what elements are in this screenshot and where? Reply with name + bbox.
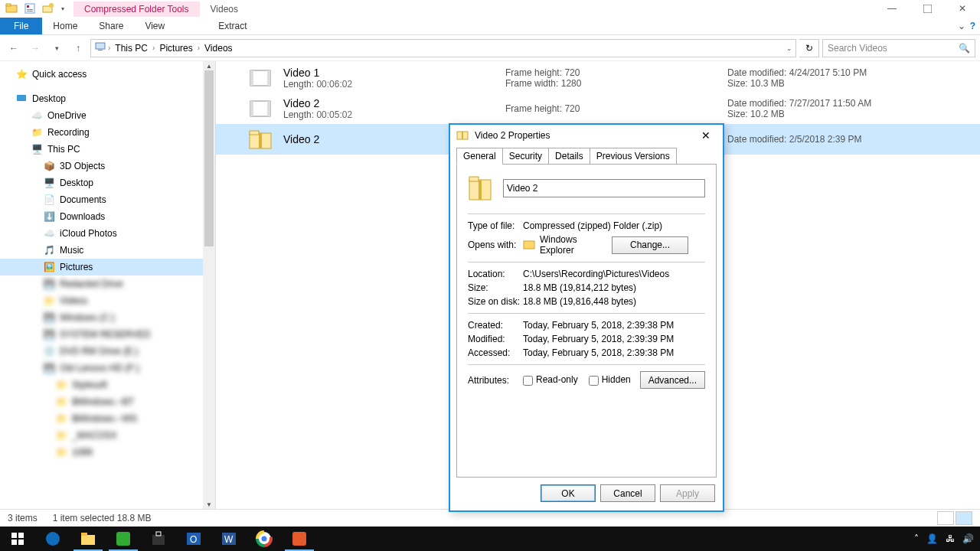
nav-pictures[interactable]: 🖼️Pictures (0, 259, 215, 276)
nav-recording[interactable]: 📁Recording (0, 124, 215, 141)
close-button[interactable]: ✕ (945, 0, 980, 17)
svg-rect-11 (17, 95, 26, 101)
nav-onedrive[interactable]: ☁️OneDrive (0, 107, 215, 124)
breadcrumb[interactable]: › This PC › Pictures › Videos ⌄ (90, 39, 796, 57)
tab-general[interactable]: General (456, 148, 503, 165)
home-tab[interactable]: Home (42, 18, 88, 34)
close-button[interactable]: ✕ (695, 129, 717, 142)
nav-scrollbar[interactable]: ▲ ▼ (203, 61, 215, 509)
nav-blurred[interactable]: 📁Stylesoft (0, 377, 215, 393)
nav-blurred[interactable]: 📁_MACOSX (0, 427, 215, 444)
readonly-checkbox[interactable]: Read-only (523, 374, 578, 385)
breadcrumb-seg-videos[interactable]: Videos (201, 43, 235, 54)
nav-blurred[interactable]: 📁Videos (0, 292, 215, 309)
back-button[interactable]: ← (5, 39, 23, 57)
edge-icon[interactable] (35, 527, 70, 551)
word-icon[interactable]: W (211, 527, 247, 551)
svg-rect-33 (81, 533, 87, 536)
nav-icloud[interactable]: ☁️iCloud Photos (0, 225, 215, 242)
tab-security[interactable]: Security (502, 148, 549, 165)
zip-icon (456, 129, 469, 143)
extract-tab[interactable]: Extract (207, 18, 257, 34)
hidden-checkbox[interactable]: Hidden (589, 374, 631, 385)
nav-documents[interactable]: 📄Documents (0, 191, 215, 208)
svg-rect-20 (259, 133, 262, 148)
svg-text:W: W (224, 534, 234, 545)
file-row[interactable]: Video 1 Length: 00:06:02 Frame height: 7… (216, 63, 980, 93)
nav-blurred[interactable]: 💾SYSTEM RESERVED (0, 326, 215, 343)
breadcrumb-seg-thispc[interactable]: This PC (112, 43, 151, 54)
network-icon[interactable]: 🖧 (946, 533, 955, 544)
camtasia-icon[interactable] (106, 527, 141, 551)
svg-rect-27 (11, 533, 17, 538)
quick-access-toolbar: ▾ (3, 1, 67, 16)
system-tray[interactable]: ˄ 👤 🖧 🔊 (914, 533, 980, 544)
nav-desktop2[interactable]: 🖥️Desktop (0, 174, 215, 191)
cloud-icon: ☁️ (31, 109, 43, 122)
store-icon[interactable] (141, 527, 176, 551)
tab-previous-versions[interactable]: Previous Versions (590, 148, 677, 165)
opens-with-label: Opens with: (468, 240, 523, 250)
explorer-icon[interactable] (70, 527, 106, 551)
name-input[interactable] (503, 179, 705, 197)
dialog-tabs: General Security Details Previous Versio… (450, 148, 723, 165)
minimize-button[interactable]: ― (874, 0, 910, 17)
nav-blurred[interactable]: 📁1099 (0, 444, 215, 461)
nav-quick-access[interactable]: ⭐Quick access (0, 66, 215, 83)
nav-blurred[interactable]: 📁$Windows.~BT (0, 393, 215, 410)
ok-button[interactable]: OK (541, 484, 596, 502)
video-icon (247, 67, 274, 89)
nav-music[interactable]: 🎵Music (0, 242, 215, 259)
breadcrumb-seg-pictures[interactable]: Pictures (156, 43, 195, 54)
outlook-icon[interactable]: O (176, 527, 211, 551)
properties-icon[interactable] (21, 1, 38, 16)
advanced-button[interactable]: Advanced... (640, 371, 705, 389)
forward-button[interactable]: → (26, 39, 44, 57)
nav-blurred[interactable]: 💾Redacted Drive (0, 276, 215, 292)
dialog-title: Video 2 Properties (475, 130, 550, 141)
svg-rect-2 (25, 4, 34, 13)
view-tab[interactable]: View (134, 18, 175, 34)
file-tab[interactable]: File (0, 18, 42, 34)
svg-rect-46 (292, 532, 306, 546)
tiles-view-button[interactable] (956, 511, 972, 525)
help-icon[interactable]: ? (970, 21, 975, 31)
breadcrumb-dropdown-icon[interactable]: ⌄ (786, 44, 792, 52)
folder-icon[interactable] (3, 1, 20, 16)
recorder-icon[interactable] (282, 527, 317, 551)
maximize-button[interactable] (910, 0, 945, 17)
details-view-button[interactable] (937, 511, 954, 525)
nav-blurred[interactable]: 💾Old Lenovo HD (F:) (0, 360, 215, 377)
new-folder-icon[interactable] (40, 1, 57, 16)
nav-blurred[interactable]: 📁$Windows.~WS (0, 410, 215, 427)
start-button[interactable] (0, 527, 35, 551)
tab-details[interactable]: Details (548, 148, 590, 165)
up-button[interactable]: ↑ (69, 39, 87, 57)
taskbar: O W ˄ 👤 🖧 🔊 (0, 527, 980, 551)
search-icon: 🔍 (959, 43, 970, 54)
file-row[interactable]: Video 2 Length: 00:05:02 Frame height: 7… (216, 93, 980, 124)
recent-dropdown[interactable]: ▾ (47, 39, 66, 57)
people-icon[interactable]: 👤 (926, 533, 938, 544)
svg-rect-10 (98, 50, 103, 51)
chrome-icon[interactable] (247, 527, 282, 551)
refresh-button[interactable]: ↻ (799, 39, 819, 57)
nav-blurred[interactable]: 💿DVD RW Drive (E:) (0, 343, 215, 360)
cancel-button[interactable]: Cancel (600, 484, 655, 502)
nav-downloads[interactable]: ⬇️Downloads (0, 208, 215, 225)
documents-icon: 📄 (43, 194, 55, 206)
search-input[interactable]: Search Videos 🔍 (822, 39, 975, 57)
tray-chevron-icon[interactable]: ˄ (914, 533, 919, 544)
svg-rect-26 (524, 241, 534, 249)
change-button[interactable]: Change... (612, 236, 688, 254)
contextual-tab[interactable]: Compressed Folder Tools (74, 2, 200, 17)
apply-button[interactable]: Apply (660, 484, 715, 502)
ribbon-expand-icon[interactable]: ⌄ (958, 21, 965, 31)
share-tab[interactable]: Share (88, 18, 134, 34)
qat-dropdown-icon[interactable]: ▾ (58, 1, 67, 16)
volume-icon[interactable]: 🔊 (962, 533, 974, 544)
nav-3dobjects[interactable]: 📦3D Objects (0, 158, 215, 174)
nav-blurred[interactable]: 💾Windows (C:) (0, 309, 215, 326)
nav-thispc[interactable]: 🖥️This PC (0, 141, 215, 158)
nav-desktop[interactable]: Desktop (0, 90, 215, 107)
